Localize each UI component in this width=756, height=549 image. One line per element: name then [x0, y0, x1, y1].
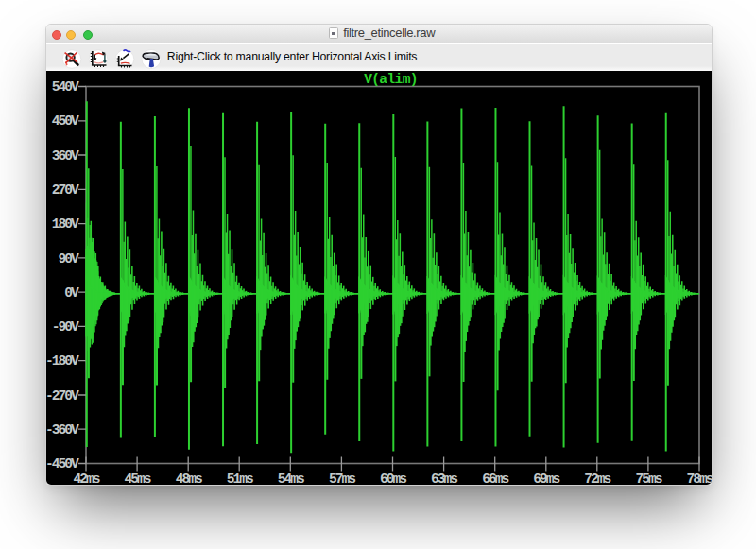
svg-text:78ms: 78ms [686, 471, 712, 485]
svg-text:57ms: 57ms [329, 471, 355, 485]
svg-text:-450V: -450V [46, 456, 79, 472]
svg-text:75ms: 75ms [635, 471, 662, 485]
svg-text:42ms: 42ms [73, 471, 99, 485]
svg-text:72ms: 72ms [584, 471, 610, 485]
svg-text:-180V: -180V [46, 353, 79, 369]
svg-text:-270V: -270V [46, 387, 79, 403]
svg-text:48ms: 48ms [176, 471, 202, 485]
svg-text:66ms: 66ms [482, 471, 508, 485]
svg-text:90V: 90V [59, 250, 80, 266]
svg-text:-360V: -360V [46, 421, 79, 437]
svg-text:270V: 270V [52, 181, 79, 197]
svg-text:51ms: 51ms [227, 471, 253, 485]
svg-text:0V: 0V [64, 284, 79, 300]
svg-text:450V: 450V [52, 113, 79, 129]
svg-text:540V: 540V [52, 79, 79, 94]
svg-text:-90V: -90V [52, 319, 79, 335]
svg-text:V(alim): V(alim) [364, 71, 418, 86]
svg-text:63ms: 63ms [431, 471, 457, 485]
svg-text:45ms: 45ms [125, 471, 151, 485]
svg-text:60ms: 60ms [380, 471, 406, 485]
svg-text:360V: 360V [52, 147, 79, 163]
svg-text:69ms: 69ms [533, 471, 559, 485]
svg-text:54ms: 54ms [278, 471, 304, 485]
svg-text:180V: 180V [52, 216, 79, 232]
